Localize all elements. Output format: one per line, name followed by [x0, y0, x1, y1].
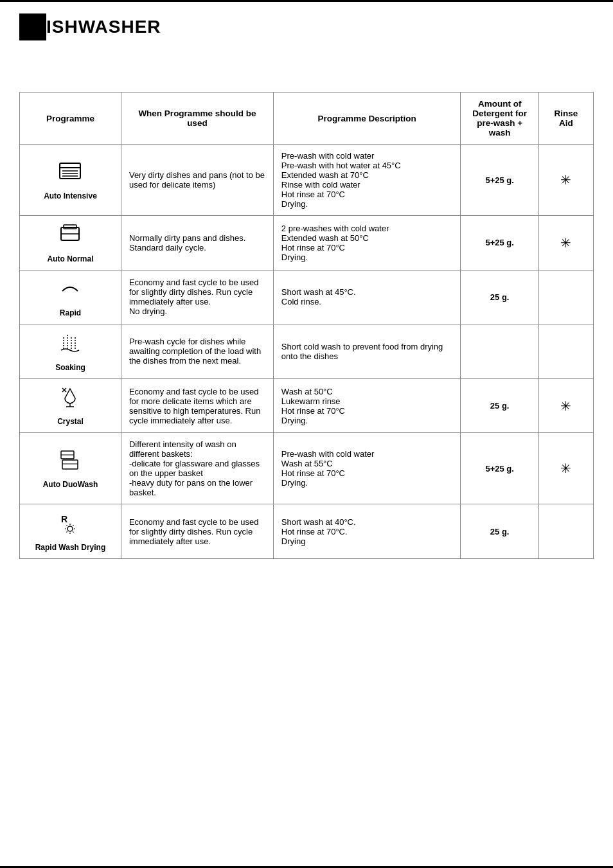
table-row: Auto Intensive Very dirty dishes and pan… — [20, 145, 594, 216]
desc-cell-crystal: Wash at 50°C Lukewarm rinse Hot rinse at… — [273, 378, 461, 433]
auto-duowash-label: Auto DuoWash — [28, 480, 113, 489]
programmes-table: Programme When Programme should be used … — [19, 92, 594, 559]
amount-cell-auto-normal: 5+25 g. — [461, 216, 538, 270]
main-content: Programme When Programme should be used … — [0, 47, 613, 866]
svg-line-27 — [73, 532, 74, 533]
svg-point-21 — [67, 526, 73, 531]
when-cell-soaking: Pre-wash cycle for dishes while awaiting… — [121, 324, 273, 379]
amount-cell-soaking — [461, 324, 538, 379]
crystal-label: Crystal — [28, 417, 113, 426]
col-header-description: Programme Description — [273, 93, 461, 145]
rinse-asterisk-auto-normal: ✳ — [560, 236, 571, 250]
programme-cell-rapid: Rapid — [20, 270, 121, 324]
col-header-programme: Programme — [20, 93, 121, 145]
desc-cell-auto-duowash: Pre-wash with cold water Wash at 55°C Ho… — [273, 433, 461, 504]
svg-line-29 — [73, 526, 74, 526]
soaking-label: Soaking — [28, 363, 113, 372]
amount-cell-auto-duowash: 5+25 g. — [461, 433, 538, 504]
rinse-cell-auto-normal: ✳ — [538, 216, 593, 270]
rapid-icon — [28, 277, 113, 306]
rinse-cell-rapid-wash-drying — [538, 504, 593, 559]
programme-cell-auto-intensive: Auto Intensive — [20, 145, 121, 216]
amount-cell-rapid-wash-drying: 25 g. — [461, 504, 538, 559]
programme-cell-rapid-wash-drying: R — [20, 504, 121, 559]
header-black-box — [19, 13, 46, 40]
rinse-asterisk-crystal: ✳ — [560, 399, 571, 413]
auto-duowash-icon — [28, 448, 113, 478]
svg-rect-17 — [62, 460, 78, 469]
desc-cell-rapid-wash-drying: Short wash at 40°C. Hot rinse at 70°C. D… — [273, 504, 461, 559]
svg-line-28 — [67, 532, 67, 533]
page: ISHWASHER Programme When Programme shoul… — [0, 0, 613, 868]
rinse-cell-auto-duowash: ✳ — [538, 433, 593, 504]
desc-cell-soaking: Short cold wash to prevent food from dry… — [273, 324, 461, 379]
rapid-wash-drying-icon: R — [28, 511, 113, 540]
when-cell-auto-intensive: Very dirty dishes and pans (not to be us… — [121, 145, 273, 216]
desc-cell-auto-normal: 2 pre-washes with cold water Extended wa… — [273, 216, 461, 270]
rinse-cell-auto-intensive: ✳ — [538, 145, 593, 216]
table-row: Soaking Pre-wash cycle for dishes while … — [20, 324, 594, 379]
table-header-row: Programme When Programme should be used … — [20, 93, 594, 145]
when-cell-rapid-wash-drying: Economy and fast cycle to be used for sl… — [121, 504, 273, 559]
rinse-cell-soaking — [538, 324, 593, 379]
programme-cell-soaking: Soaking — [20, 324, 121, 379]
header: ISHWASHER — [0, 2, 613, 47]
rinse-cell-crystal: ✳ — [538, 378, 593, 433]
table-row: Crystal Economy and fast cycle to be use… — [20, 378, 594, 433]
rinse-asterisk-auto-intensive: ✳ — [560, 173, 571, 187]
table-row: Auto Normal Normally dirty pans and dish… — [20, 216, 594, 270]
col-header-rinse: Rinse Aid — [538, 93, 593, 145]
table-row: Auto DuoWash Different intensity of wash… — [20, 433, 594, 504]
desc-cell-rapid: Short wash at 45°C. Cold rinse. — [273, 270, 461, 324]
auto-normal-icon — [28, 222, 113, 252]
programme-cell-auto-duowash: Auto DuoWash — [20, 433, 121, 504]
soaking-icon — [28, 331, 113, 360]
programme-cell-crystal: Crystal — [20, 378, 121, 433]
when-cell-auto-duowash: Different intensity of wash on different… — [121, 433, 273, 504]
auto-intensive-label: Auto Intensive — [28, 191, 113, 200]
when-cell-crystal: Economy and fast cycle to be used for mo… — [121, 378, 273, 433]
table-row: Rapid Economy and fast cycle to be used … — [20, 270, 594, 324]
table-row: R — [20, 504, 594, 559]
amount-cell-rapid: 25 g. — [461, 270, 538, 324]
col-header-amount: Amount of Detergent for pre-wash + wash — [461, 93, 538, 145]
page-title: ISHWASHER — [46, 17, 161, 37]
rapid-label: Rapid — [28, 308, 113, 317]
auto-normal-label: Auto Normal — [28, 254, 113, 263]
amount-cell-crystal: 25 g. — [461, 378, 538, 433]
when-cell-auto-normal: Normally dirty pans and dishes. Standard… — [121, 216, 273, 270]
rinse-cell-rapid — [538, 270, 593, 324]
col-header-when: When Programme should be used — [121, 93, 273, 145]
auto-intensive-icon — [28, 159, 113, 189]
svg-line-26 — [67, 526, 67, 526]
amount-cell-auto-intensive: 5+25 g. — [461, 145, 538, 216]
rinse-asterisk-auto-duowash: ✳ — [560, 461, 571, 475]
svg-text:R: R — [61, 514, 67, 524]
rapid-wash-drying-label: Rapid Wash Drying — [28, 543, 113, 552]
crystal-icon — [28, 385, 113, 415]
desc-cell-auto-intensive: Pre-wash with cold water Pre-wash with h… — [273, 145, 461, 216]
programme-cell-auto-normal: Auto Normal — [20, 216, 121, 270]
when-cell-rapid: Economy and fast cycle to be used for sl… — [121, 270, 273, 324]
